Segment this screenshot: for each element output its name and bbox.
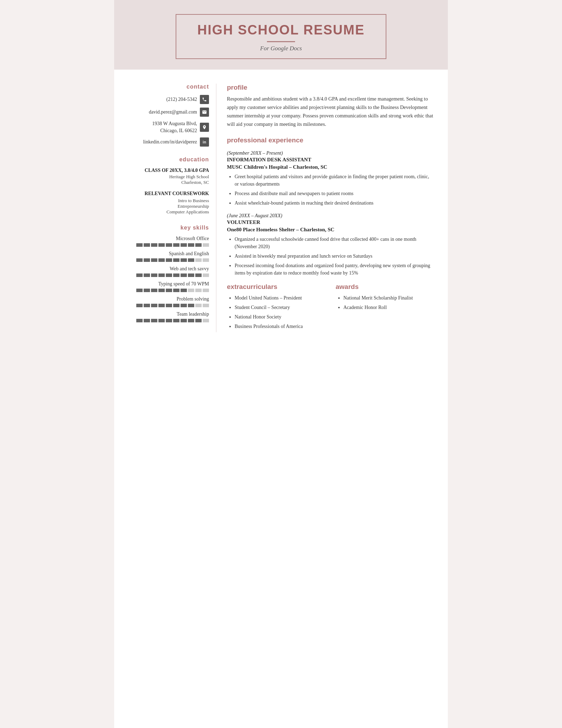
skill-bar-segment-filled bbox=[151, 258, 157, 262]
exp-date: (September 20XX – Present) bbox=[227, 150, 434, 156]
edu-school: Heritage High School bbox=[125, 174, 209, 180]
location-icon bbox=[200, 123, 209, 132]
skill-label: Team leadership bbox=[125, 311, 209, 317]
skill-bar-segment-filled bbox=[144, 289, 150, 292]
sidebar: contact (212) 204-5342 david.perez@gmail… bbox=[114, 84, 216, 332]
skill-bar-segment-filled bbox=[144, 304, 150, 307]
skill-label: Web and tech savvy bbox=[125, 266, 209, 272]
main-content: profile Responsible and ambitious studen… bbox=[216, 84, 448, 332]
skill-bar-segment-filled bbox=[188, 243, 194, 247]
exp-org: MUSC Children's Hospital – Charleston, S… bbox=[227, 164, 434, 170]
award-item: Academic Honor Roll bbox=[344, 304, 434, 311]
exp-title: VOLUNTEER bbox=[227, 219, 434, 225]
skill-bar-segment-filled bbox=[151, 243, 157, 247]
skill-bar-segment-filled bbox=[151, 304, 157, 307]
exp-date: (June 20XX – August 20XX) bbox=[227, 213, 434, 219]
linkedin-text: linkedin.com/in/davidperez bbox=[143, 138, 197, 146]
skill-bar-segment-filled bbox=[195, 243, 202, 247]
skill-bar-segment-filled bbox=[158, 258, 165, 262]
skill-bar-segment-filled bbox=[181, 243, 187, 247]
skill-bar bbox=[125, 319, 209, 322]
extracurricular-item: Student Council – Secretary bbox=[235, 304, 325, 311]
skill-bar-segment-filled bbox=[173, 243, 179, 247]
skill-bar-segment-filled bbox=[158, 289, 165, 292]
exp-title: INFORMATION DESK ASSISTANT bbox=[227, 157, 434, 163]
extracurriculars-list: Model United Nations – PresidentStudent … bbox=[227, 294, 325, 330]
exp-bullet: Organized a successful schoolwide canned… bbox=[235, 236, 434, 250]
coursework-heading: RELEVANT COURSEWORK bbox=[125, 191, 209, 197]
edu-city: Charleston, SC bbox=[125, 180, 209, 185]
skill-bar-segment-filled bbox=[173, 304, 179, 307]
phone-text: (212) 204-5342 bbox=[166, 96, 197, 103]
resume-title: HIGH SCHOOL RESUME bbox=[197, 22, 365, 38]
skill-bar-segment-filled bbox=[151, 273, 157, 277]
extracurricular-item: Model United Nations – President bbox=[235, 294, 325, 302]
skill-bar-segment-filled bbox=[166, 243, 172, 247]
experience-heading: professional experience bbox=[227, 136, 434, 144]
skill-bar-segment-filled bbox=[181, 304, 187, 307]
skill-bar-segment-filled bbox=[166, 273, 172, 277]
body-layout: contact (212) 204-5342 david.perez@gmail… bbox=[114, 70, 448, 332]
skill-bar-segment-empty bbox=[203, 289, 209, 292]
awards-col: awards National Merit Scholarship Finali… bbox=[336, 283, 434, 332]
skill-bar-segment-filled bbox=[158, 243, 165, 247]
bottom-row: extracurriculars Model United Nations – … bbox=[227, 283, 434, 332]
skill-bar-segment-filled bbox=[188, 319, 194, 322]
skill-bar bbox=[125, 273, 209, 277]
skill-bar-segment-empty bbox=[195, 258, 202, 262]
skill-bar-segment-filled bbox=[173, 289, 179, 292]
exp-bullet: Processed incoming food donations and or… bbox=[235, 262, 434, 277]
skill-bar-segment-filled bbox=[166, 319, 172, 322]
email-text: david.perez@gmail.com bbox=[149, 109, 197, 116]
exp-org: One80 Place Homeless Shelter – Charlesto… bbox=[227, 227, 434, 233]
experience-list: (September 20XX – Present)INFORMATION DE… bbox=[227, 150, 434, 277]
skill-bar-segment-empty bbox=[203, 258, 209, 262]
profile-text: Responsible and ambitious student with a… bbox=[227, 95, 434, 129]
skill-bar-segment-filled bbox=[166, 258, 172, 262]
address-text: 1938 W Augusta Blvd, Chicago, IL 60622 bbox=[152, 120, 197, 134]
award-item: National Merit Scholarship Finalist bbox=[344, 294, 434, 302]
page-wrapper: HIGH SCHOOL RESUME For Google Docs conta… bbox=[114, 0, 448, 728]
header-background: HIGH SCHOOL RESUME For Google Docs bbox=[114, 0, 448, 70]
skill-bar-segment-filled bbox=[181, 319, 187, 322]
extracurriculars-col: extracurriculars Model United Nations – … bbox=[227, 283, 325, 332]
skill-bar-segment-filled bbox=[158, 273, 165, 277]
skill-bar-segment-filled bbox=[188, 273, 194, 277]
skill-bar-segment-filled bbox=[136, 304, 143, 307]
skill-bar-segment-empty bbox=[203, 243, 209, 247]
header-divider bbox=[267, 41, 295, 42]
coursework-item: Entrepreneurship bbox=[125, 204, 209, 209]
skill-bar-segment-filled bbox=[158, 304, 165, 307]
skill-bar-segment-filled bbox=[181, 289, 187, 292]
skill-label: Typing speed of 70 WPM bbox=[125, 281, 209, 287]
coursework-item: Computer Applications bbox=[125, 209, 209, 215]
skill-bar-segment-filled bbox=[181, 273, 187, 277]
email-icon bbox=[200, 108, 209, 117]
skill-bar-segment-filled bbox=[151, 289, 157, 292]
skill-bar-segment-filled bbox=[181, 258, 187, 262]
experience-entry: (June 20XX – August 20XX)VOLUNTEEROne80 … bbox=[227, 213, 434, 277]
edu-class: CLASS OF 20XX, 3.8/4.0 GPA bbox=[125, 168, 209, 173]
contact-address: 1938 W Augusta Blvd, Chicago, IL 60622 bbox=[125, 120, 209, 134]
skill-bar-segment-filled bbox=[195, 319, 202, 322]
header-box: HIGH SCHOOL RESUME For Google Docs bbox=[176, 14, 387, 59]
skill-bar-segment-filled bbox=[136, 289, 143, 292]
awards-list: National Merit Scholarship FinalistAcade… bbox=[336, 294, 434, 311]
skill-label: Microsoft Office bbox=[125, 236, 209, 241]
skill-bar-segment-filled bbox=[195, 273, 202, 277]
extracurricular-item: National Honor Society bbox=[235, 313, 325, 321]
experience-entry: (September 20XX – Present)INFORMATION DE… bbox=[227, 150, 434, 207]
skill-bar-segment-filled bbox=[188, 304, 194, 307]
contact-phone: (212) 204-5342 bbox=[125, 95, 209, 104]
skill-bar bbox=[125, 258, 209, 262]
skill-bar-segment-empty bbox=[203, 304, 209, 307]
exp-bullets: Greet hospital patients and visitors and… bbox=[227, 173, 434, 207]
skills-list: Microsoft OfficeSpanish and EnglishWeb a… bbox=[125, 236, 209, 322]
skills-heading: key skills bbox=[125, 225, 209, 231]
extracurricular-item: Business Professionals of America bbox=[235, 323, 325, 330]
exp-bullet: Assisted in biweekly meal preparation an… bbox=[235, 252, 434, 260]
skill-label: Spanish and English bbox=[125, 251, 209, 257]
skill-bar-segment-filled bbox=[173, 273, 179, 277]
education-heading: education bbox=[125, 156, 209, 163]
coursework-list: Intro to BusinessEntrepreneurshipCompute… bbox=[125, 198, 209, 215]
